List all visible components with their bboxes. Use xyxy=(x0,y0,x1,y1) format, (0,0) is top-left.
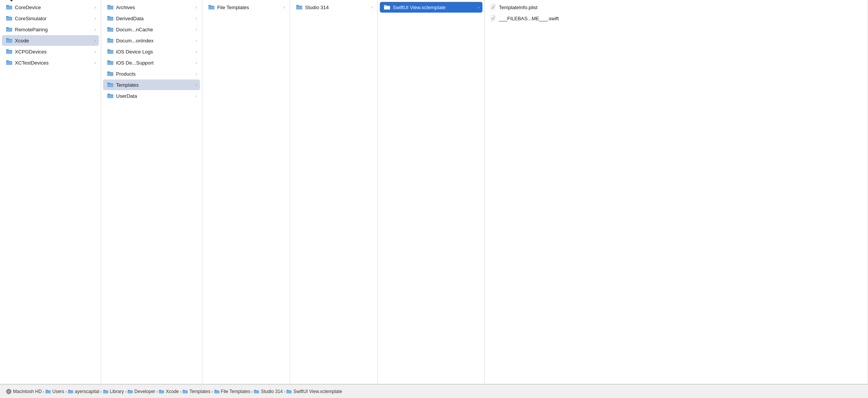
item-label-remotepairing: RemotePairing xyxy=(15,27,93,32)
item-iosdevicesupport[interactable]: iOS De...Support › xyxy=(103,57,200,68)
breadcrumb-sep-8: › xyxy=(252,389,253,394)
item-products[interactable]: Products › xyxy=(103,68,200,79)
breadcrumb-swiftuiviewxctemplate[interactable]: SwiftUI View.xctemplate xyxy=(286,389,342,394)
item-studio314[interactable]: Studio 314 › xyxy=(292,2,376,13)
item-xcode[interactable]: Xcode › xyxy=(2,35,99,46)
chevron-iosdevicelogs: › xyxy=(196,50,197,54)
folder-icon xyxy=(296,4,303,10)
folder-icon xyxy=(107,60,114,66)
column-1: See folders you viewed previously CoreDe… xyxy=(0,0,101,384)
item-deriveddata[interactable]: DerivedData › xyxy=(103,13,200,24)
item-label-swiftuiviewxctemplate: SwiftUI View.xctemplate xyxy=(393,5,477,10)
chevron-templates: › xyxy=(196,83,197,87)
item-xctestdevices[interactable]: XCTestDevices › xyxy=(2,57,99,68)
hd-icon xyxy=(6,389,11,394)
breadcrumb-sep: › xyxy=(43,389,44,394)
folder-icon-breadcrumb-2 xyxy=(68,389,73,394)
chevron-studio314: › xyxy=(371,5,373,10)
finder-window: See folders you viewed previously CoreDe… xyxy=(0,0,868,398)
folder-icon xyxy=(6,4,13,10)
breadcrumb-label-filetemplates: File Templates xyxy=(221,389,250,394)
item-remotepairing[interactable]: RemotePairing › xyxy=(2,24,99,35)
item-filebasename-swift[interactable]: ___FILEBAS...ME___.swift xyxy=(487,13,866,24)
breadcrumb-label-templates: Templates xyxy=(189,389,210,394)
folder-icon xyxy=(107,37,114,44)
item-filetemplates[interactable]: File Templates › xyxy=(204,2,288,13)
item-templates[interactable]: Templates › xyxy=(103,79,200,90)
folder-icon-breadcrumb-3 xyxy=(103,389,108,394)
chevron-products: › xyxy=(196,72,197,76)
breadcrumb-sep-7: › xyxy=(211,389,213,394)
svg-rect-7 xyxy=(492,19,494,20)
item-userdata[interactable]: UserData › xyxy=(103,91,200,101)
svg-rect-5 xyxy=(492,18,494,18)
breadcrumb-library[interactable]: Library xyxy=(103,389,124,394)
item-label-coresimulator: CoreSimulator xyxy=(15,16,93,21)
chevron-coresimulator: › xyxy=(95,16,96,21)
item-label-deriveddata: DerivedData xyxy=(116,16,194,21)
column-3: File Templates › xyxy=(202,0,290,384)
breadcrumb-filetemplates[interactable]: File Templates xyxy=(214,389,250,394)
breadcrumb-users[interactable]: Users xyxy=(45,389,64,394)
item-templateinfoplist[interactable]: TemplateInfo.plist xyxy=(487,2,866,13)
item-label-templates: Templates xyxy=(116,82,194,88)
column-5: SwiftUI View.xctemplate › xyxy=(378,0,485,384)
breadcrumb-label-xcode: Xcode xyxy=(166,389,179,394)
item-label-xcpgdevices: XCPGDevices xyxy=(15,49,93,55)
folder-icon xyxy=(107,49,114,55)
chevron-documentationcache: › xyxy=(196,28,197,32)
breadcrumb-developer[interactable]: Developer xyxy=(127,389,155,394)
breadcrumb-templates[interactable]: Templates xyxy=(182,389,210,394)
item-swiftuiviewxctemplate[interactable]: SwiftUI View.xctemplate › xyxy=(380,2,482,13)
folder-icon-breadcrumb-6 xyxy=(182,389,188,394)
folder-icon xyxy=(107,71,114,77)
item-label-xctestdevices: XCTestDevices xyxy=(15,60,93,66)
breadcrumb-sep-9: › xyxy=(284,389,286,394)
folder-icon-breadcrumb-9 xyxy=(286,389,292,394)
plist-file-icon xyxy=(490,4,497,11)
chevron-archives: › xyxy=(196,5,197,10)
item-xcpgdevices[interactable]: XCPGDevices › xyxy=(2,46,99,57)
item-coredevice[interactable]: See folders you viewed previously CoreDe… xyxy=(2,2,99,13)
breadcrumb-label-swiftuiviewxctemplate: SwiftUI View.xctemplate xyxy=(293,389,342,394)
folder-icon xyxy=(6,26,13,32)
breadcrumb-label-ayerscapital: ayerscapital xyxy=(75,389,99,394)
swift-file-icon xyxy=(490,15,497,22)
folder-icon xyxy=(6,49,13,55)
item-archives[interactable]: Archives › xyxy=(103,2,200,13)
folder-icon xyxy=(6,15,13,21)
item-coresimulator[interactable]: CoreSimulator › xyxy=(2,13,99,24)
folder-icon xyxy=(6,60,13,66)
breadcrumb-sep-4: › xyxy=(125,389,126,394)
status-bar: Macintosh HD › Users › ayerscapital › Li… xyxy=(0,384,868,398)
item-iosdevicelogs[interactable]: iOS Device Logs › xyxy=(103,46,200,57)
folder-icon xyxy=(107,26,114,32)
breadcrumb-xcode[interactable]: Xcode xyxy=(159,389,179,394)
item-documentationindex[interactable]: Docum...onIndex › xyxy=(103,35,200,46)
svg-point-10 xyxy=(8,391,9,392)
breadcrumb-studio314[interactable]: Studio 314 xyxy=(254,389,282,394)
chevron-xctestdevices: › xyxy=(95,61,96,65)
breadcrumb-sep-2: › xyxy=(65,389,67,394)
item-label-filetemplates: File Templates xyxy=(217,5,282,10)
item-documentationcache[interactable]: Docum...nCache › xyxy=(103,24,200,35)
svg-rect-6 xyxy=(492,19,494,19)
breadcrumb-sep-5: › xyxy=(156,389,158,394)
folder-icon-breadcrumb-8 xyxy=(254,389,259,394)
chevron-coredevice: › xyxy=(95,5,96,10)
breadcrumb-sep-3: › xyxy=(100,389,102,394)
chevron-filetemplates: › xyxy=(284,5,285,10)
folder-icon-breadcrumb-4 xyxy=(127,389,133,394)
folder-icon xyxy=(107,82,114,88)
breadcrumb-label-studio314: Studio 314 xyxy=(261,389,282,394)
breadcrumb-ayerscapital[interactable]: ayerscapital xyxy=(68,389,99,394)
breadcrumb-label-library: Library xyxy=(110,389,124,394)
folder-icon xyxy=(6,37,13,44)
chevron-xcode: › xyxy=(95,39,96,43)
folder-icon xyxy=(107,4,114,10)
breadcrumb-macintoshhd[interactable]: Macintosh HD xyxy=(6,389,42,394)
chevron-swiftuiviewxctemplate: › xyxy=(478,5,479,10)
item-label-products: Products xyxy=(116,71,194,77)
item-label-filebasename-swift: ___FILEBAS...ME___.swift xyxy=(499,16,863,21)
folder-icon xyxy=(384,4,390,10)
